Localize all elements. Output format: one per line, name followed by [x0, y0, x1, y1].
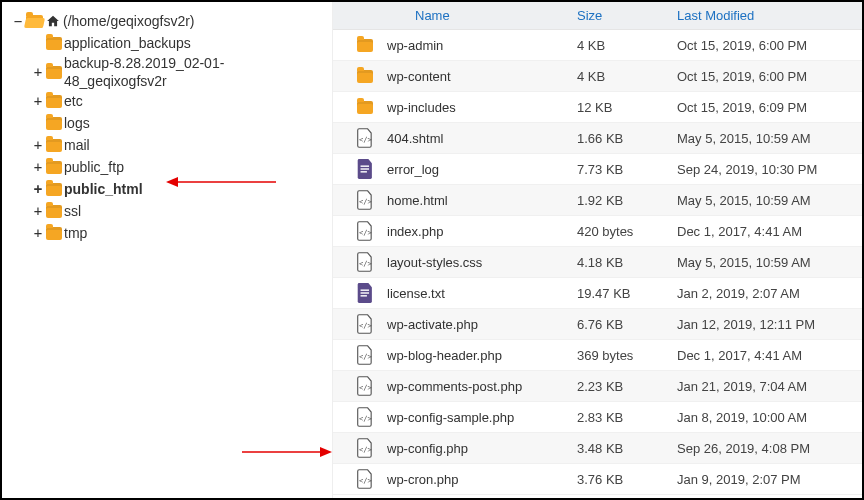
file-modified: May 5, 2015, 10:59 AM [677, 131, 862, 146]
column-header-modified[interactable]: Last Modified [677, 8, 862, 23]
code-file-icon: </> [357, 438, 374, 458]
expand-icon[interactable]: + [32, 222, 44, 244]
svg-text:</>: </> [359, 135, 372, 144]
file-modified: May 5, 2015, 10:59 AM [677, 255, 862, 270]
svg-rect-3 [361, 171, 367, 172]
file-name: wp-admin [387, 38, 577, 53]
svg-rect-8 [361, 292, 370, 293]
folder-icon [46, 95, 62, 108]
tree-root[interactable]: − (/home/geqixogfsv2r) application_backu… [12, 10, 322, 244]
file-row[interactable]: </>wp-activate.php6.76 KBJan 12, 2019, 1… [333, 309, 862, 340]
file-name: home.html [387, 193, 577, 208]
expand-icon[interactable]: + [32, 178, 44, 200]
expand-icon[interactable]: + [32, 61, 44, 83]
tree-item-label: public_html [64, 178, 143, 200]
file-row[interactable]: license.txt19.47 KBJan 2, 2019, 2:07 AM [333, 278, 862, 309]
expand-icon[interactable]: + [32, 156, 44, 178]
file-size: 420 bytes [577, 224, 677, 239]
tree-item-label: application_backups [64, 32, 191, 54]
tree-item[interactable]: + public_ftp [32, 156, 322, 178]
file-row[interactable]: </>wp-config.php3.48 KBSep 26, 2019, 4:0… [333, 433, 862, 464]
folder-icon [46, 139, 62, 152]
file-name: wp-cron.php [387, 472, 577, 487]
file-size: 2.23 KB [577, 379, 677, 394]
folder-open-icon [26, 15, 43, 28]
file-modified: Jan 9, 2019, 2:07 PM [677, 472, 862, 487]
file-modified: Jan 2, 2019, 2:07 AM [677, 286, 862, 301]
code-file-icon: </> [357, 345, 374, 365]
code-file-icon: </> [357, 252, 374, 272]
text-file-icon [357, 159, 374, 179]
tree-item[interactable]: + etc [32, 90, 322, 112]
file-modified: Oct 15, 2019, 6:00 PM [677, 38, 862, 53]
svg-text:</>: </> [359, 259, 372, 268]
file-size: 12 KB [577, 100, 677, 115]
file-row[interactable]: </>home.html1.92 KBMay 5, 2015, 10:59 AM [333, 185, 862, 216]
file-size: 2.83 KB [577, 410, 677, 425]
file-row[interactable]: </>index.php420 bytesDec 1, 2017, 4:41 A… [333, 216, 862, 247]
file-modified: May 5, 2015, 10:59 AM [677, 193, 862, 208]
svg-rect-7 [361, 289, 370, 290]
tree-item-label: tmp [64, 222, 87, 244]
file-size: 4 KB [577, 69, 677, 84]
tree-item-label: mail [64, 134, 90, 156]
file-size: 4.18 KB [577, 255, 677, 270]
expand-icon[interactable]: + [32, 200, 44, 222]
tree-item-label: ssl [64, 200, 81, 222]
folder-icon [46, 183, 62, 196]
file-name: license.txt [387, 286, 577, 301]
home-icon [45, 14, 61, 28]
text-file-icon [357, 283, 374, 303]
file-name: wp-config-sample.php [387, 410, 577, 425]
tree-item-label: backup-8.28.2019_02-01-48_geqixogfsv2r [64, 54, 244, 90]
file-modified: Oct 15, 2019, 6:09 PM [677, 100, 862, 115]
code-file-icon: </> [357, 221, 374, 241]
tree-item[interactable]: + mail [32, 134, 322, 156]
file-row[interactable]: wp-includes12 KBOct 15, 2019, 6:09 PM [333, 92, 862, 123]
svg-text:</>: </> [359, 197, 372, 206]
file-name: layout-styles.css [387, 255, 577, 270]
file-modified: Oct 15, 2019, 6:00 PM [677, 69, 862, 84]
file-size: 6.76 KB [577, 317, 677, 332]
file-name: wp-activate.php [387, 317, 577, 332]
column-header-size[interactable]: Size [577, 8, 677, 23]
folder-icon [46, 66, 62, 79]
tree-root-label: (/home/geqixogfsv2r) [63, 10, 195, 32]
tree-item[interactable]: + tmp [32, 222, 322, 244]
svg-text:</>: </> [359, 476, 372, 485]
file-modified: Dec 1, 2017, 4:41 AM [677, 348, 862, 363]
svg-rect-2 [361, 168, 370, 169]
expand-icon[interactable]: + [32, 90, 44, 112]
expand-icon[interactable]: + [32, 134, 44, 156]
file-modified: Sep 26, 2019, 4:08 PM [677, 441, 862, 456]
tree-item[interactable]: + public_html [32, 178, 322, 200]
folder-tree-pane: − (/home/geqixogfsv2r) application_backu… [2, 2, 332, 498]
tree-item[interactable]: + backup-8.28.2019_02-01-48_geqixogfsv2r [32, 54, 322, 90]
file-row[interactable]: </>404.shtml1.66 KBMay 5, 2015, 10:59 AM [333, 123, 862, 154]
file-row[interactable]: </>wp-comments-post.php2.23 KBJan 21, 20… [333, 371, 862, 402]
file-size: 4 KB [577, 38, 677, 53]
column-header-name[interactable]: Name [357, 8, 577, 23]
svg-text:</>: </> [359, 445, 372, 454]
file-row[interactable]: wp-content4 KBOct 15, 2019, 6:00 PM [333, 61, 862, 92]
tree-item[interactable]: logs [32, 112, 322, 134]
folder-tree: − (/home/geqixogfsv2r) application_backu… [12, 10, 322, 244]
file-modified: Dec 1, 2017, 4:41 AM [677, 224, 862, 239]
tree-item[interactable]: + ssl [32, 200, 322, 222]
folder-icon [46, 37, 62, 50]
file-row[interactable]: </>layout-styles.css4.18 KBMay 5, 2015, … [333, 247, 862, 278]
file-size: 1.66 KB [577, 131, 677, 146]
tree-item[interactable]: application_backups [32, 32, 322, 54]
file-name: wp-comments-post.php [387, 379, 577, 394]
collapse-icon[interactable]: − [12, 10, 24, 32]
file-row[interactable]: </>wp-blog-header.php369 bytesDec 1, 201… [333, 340, 862, 371]
file-name: index.php [387, 224, 577, 239]
file-row[interactable]: wp-admin4 KBOct 15, 2019, 6:00 PM [333, 30, 862, 61]
folder-icon [357, 39, 373, 52]
file-row[interactable]: </>wp-config-sample.php2.83 KBJan 8, 201… [333, 402, 862, 433]
file-row[interactable]: error_log7.73 KBSep 24, 2019, 10:30 PM [333, 154, 862, 185]
file-size: 3.48 KB [577, 441, 677, 456]
file-row[interactable]: </>wp-cron.php3.76 KBJan 9, 2019, 2:07 P… [333, 464, 862, 495]
folder-icon [357, 101, 373, 114]
svg-rect-9 [361, 295, 367, 296]
